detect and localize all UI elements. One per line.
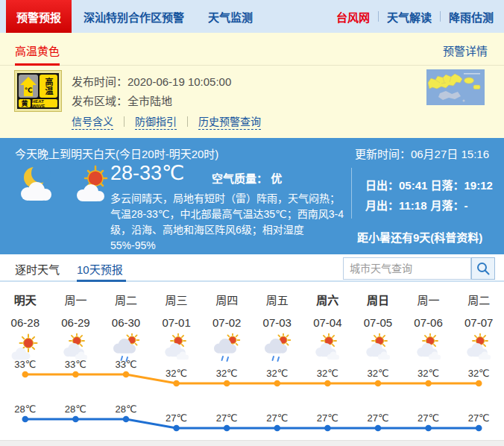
- link-history-warning-query[interactable]: 历史预警查询: [198, 113, 261, 130]
- svg-text:33℃: 33℃: [14, 359, 36, 370]
- divider: [187, 116, 188, 127]
- publish-area-label: 发布区域：: [72, 95, 127, 107]
- link-typhoon-net[interactable]: 台风网: [336, 9, 370, 25]
- publish-area-row: 发布区域：全市陆地: [72, 92, 231, 111]
- date-label: 06-28: [0, 316, 51, 329]
- city-weather-search-input[interactable]: [343, 257, 471, 280]
- svg-text:32℃: 32℃: [418, 368, 439, 379]
- svg-text:28℃: 28℃: [65, 403, 86, 415]
- heat-wave-type-label: 高温: [40, 75, 57, 98]
- tab-ten-day-forecast[interactable]: 10天预报: [77, 261, 123, 277]
- link-signal-meaning[interactable]: 信号含义: [72, 113, 113, 130]
- forecast-day-column[interactable]: 周一06-29: [51, 282, 101, 363]
- sunset: 日落：19:12: [431, 175, 497, 195]
- nav-tab-warning-forecast[interactable]: 预警预报: [6, 0, 72, 33]
- update-time: 更新时间：06月27日 15:16: [355, 145, 489, 161]
- publish-area-value: 全市陆地: [127, 95, 172, 107]
- nav-tab-shenshan-warning[interactable]: 深汕特别合作区预警: [72, 0, 196, 33]
- divider: [351, 168, 352, 219]
- next-section-edge: [0, 440, 504, 446]
- warning-body: ℃ 高温 黄 HEAT WAVE 发布时间：2020-06-19 10:05:0…: [0, 66, 504, 137]
- svg-text:32℃: 32℃: [266, 368, 288, 379]
- date-label: 06-29: [51, 316, 101, 329]
- air-quality: 空气质量： 优: [212, 170, 282, 186]
- sunrise: 日出：05:41: [365, 175, 431, 195]
- forecast-day-column[interactable]: 周六07-04: [303, 282, 353, 363]
- temperature-range: 28-33℃: [110, 161, 184, 185]
- up-arrow-temp-icon: ℃: [19, 76, 37, 97]
- link-rain-estimate[interactable]: 降雨估测: [449, 9, 494, 25]
- svg-text:27℃: 27℃: [266, 412, 288, 424]
- svg-text:32℃: 32℃: [367, 368, 388, 379]
- forecast-day-column[interactable]: 周四07-02: [201, 282, 252, 363]
- update-time-label: 更新时间：: [355, 148, 411, 160]
- svg-text:32℃: 32℃: [468, 368, 490, 379]
- air-quality-value: 优: [271, 172, 282, 185]
- svg-text:33℃: 33℃: [65, 359, 86, 370]
- nav-tab-weather-monitor[interactable]: 天气监测: [196, 0, 265, 33]
- weather-description: 多云间晴天，局地有短时（雷）阵雨，天气闷热；气温28-33℃，中北部最高气温达3…: [110, 191, 349, 254]
- search-icon: [476, 261, 491, 276]
- tab-hourly-weather[interactable]: 逐时天气: [15, 261, 60, 277]
- warning-level-char: 黄: [19, 99, 31, 107]
- svg-text:27℃: 27℃: [216, 412, 238, 424]
- date-label: 07-07: [453, 316, 504, 329]
- day-name-label: 周二: [453, 292, 504, 307]
- forecast-period: 今天晚上到明天白天(今日20时-明天20时): [15, 145, 218, 161]
- day-name-label: 周五: [252, 292, 303, 307]
- date-label: 07-03: [252, 316, 303, 329]
- forecast-day-column[interactable]: 周三07-01: [151, 282, 202, 363]
- publish-time-value: 2020-06-19 10:05:00: [127, 75, 231, 88]
- day-name-label: 明天: [0, 292, 51, 307]
- forecast-day-column[interactable]: 明天06-28: [0, 282, 51, 363]
- svg-text:27℃: 27℃: [317, 412, 338, 424]
- night-cloudy-moon-icon: [16, 165, 67, 207]
- date-label: 06-30: [101, 316, 151, 329]
- warning-section: 高温黄色 预警详情 ℃ 高温 黄 HEAT WAVE 发布时间：2020-06-…: [0, 33, 504, 138]
- air-quality-label: 空气质量：: [212, 172, 268, 185]
- update-time-value: 06月27日 15:16: [411, 148, 489, 160]
- day-name-label: 周三: [151, 292, 202, 307]
- day-name-label: 周二: [101, 292, 151, 307]
- top-nav-links: 台风网 天气解读 降雨估测: [336, 0, 504, 33]
- forecast-tab-bar: 逐时天气 10天预报: [0, 254, 504, 282]
- divider: [378, 11, 379, 22]
- svg-text:27℃: 27℃: [418, 412, 439, 424]
- warning-area-map[interactable]: [426, 69, 485, 105]
- link-weather-interpretation[interactable]: 天气解读: [387, 9, 432, 25]
- sun-moon-times: 日出：05:41 日落：19:12 月出：11:18 月落：-: [365, 175, 496, 216]
- forecast-day-column[interactable]: 周五07-03: [252, 282, 303, 363]
- svg-text:32℃: 32℃: [317, 368, 338, 379]
- warning-level-tab[interactable]: 高温黄色: [15, 43, 60, 58]
- svg-text:27℃: 27℃: [468, 412, 490, 424]
- forecast-day-column[interactable]: 周二06-30: [101, 282, 151, 363]
- date-label: 07-06: [403, 316, 454, 329]
- day-name-label: 周一: [403, 292, 454, 307]
- high-temp-line-chart: 33℃33℃33℃32℃32℃32℃32℃32℃32℃32℃: [0, 358, 504, 398]
- heat-wave-warning-icon: ℃ 高温 黄 HEAT WAVE: [15, 71, 61, 111]
- forecast-day-column[interactable]: 周日07-05: [353, 282, 403, 363]
- divider: [440, 11, 441, 22]
- search-button[interactable]: [471, 257, 495, 280]
- svg-text:28℃: 28℃: [115, 403, 136, 415]
- forecast-day-columns: 明天06-28 周一06-29 周二06-30 周三07-01 周四07-02: [0, 282, 504, 363]
- celsius-symbol: ℃: [25, 87, 33, 94]
- forecast-day-column[interactable]: 周二07-07: [453, 282, 504, 363]
- svg-text:32℃: 32℃: [166, 368, 187, 379]
- ten-day-forecast: 明天06-28 周一06-29 周二06-30 周三07-01 周四07-02: [0, 282, 504, 440]
- svg-text:33℃: 33℃: [115, 359, 136, 370]
- heat-arrow-icon: ℃: [19, 75, 38, 98]
- link-defense-guide[interactable]: 防御指引: [135, 113, 177, 130]
- day-name-label: 周日: [353, 292, 403, 307]
- forecast-day-column[interactable]: 周一07-06: [403, 282, 454, 363]
- solar-term-note[interactable]: 距小暑还有9天(科普资料): [357, 229, 482, 245]
- svg-text:27℃: 27℃: [166, 412, 187, 424]
- date-label: 07-05: [353, 316, 403, 329]
- warning-detail-link[interactable]: 预警详情: [443, 43, 488, 58]
- day-name-label: 周四: [201, 292, 252, 307]
- warning-publish-info: 发布时间：2020-06-19 10:05:00 发布区域：全市陆地: [72, 72, 231, 111]
- warning-tab-row: 高温黄色 预警详情: [0, 33, 504, 66]
- svg-text:27℃: 27℃: [367, 412, 388, 424]
- publish-time-row: 发布时间：2020-06-19 10:05:00: [72, 72, 231, 92]
- low-temp-line-chart: 28℃28℃28℃27℃27℃27℃27℃27℃27℃27℃: [0, 403, 504, 443]
